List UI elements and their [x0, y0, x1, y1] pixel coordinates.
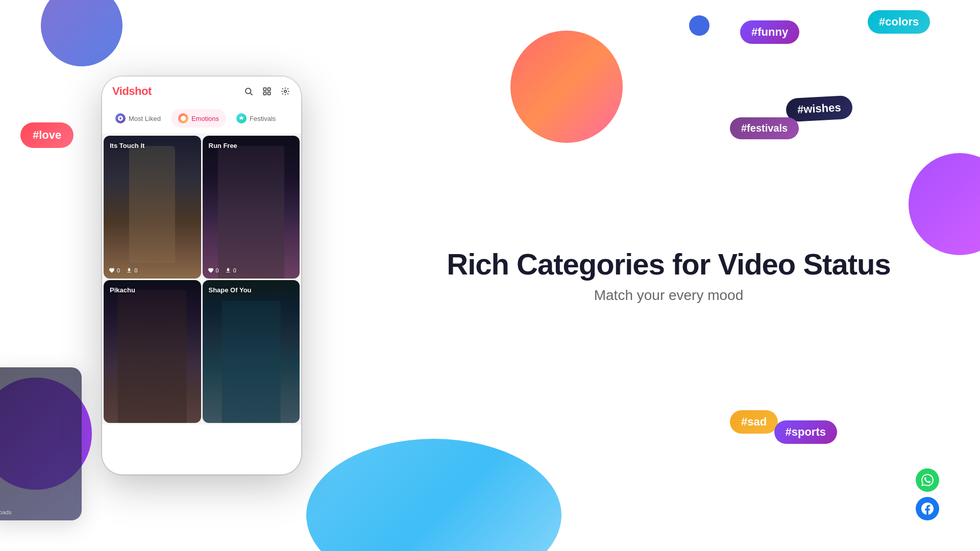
video-stats-its-touch-it: 0 0	[109, 267, 137, 273]
festivals-icon	[236, 113, 247, 123]
video-stats-run-free: 0 0	[208, 267, 236, 273]
likes-stat-1: 0	[109, 267, 120, 273]
hashtag-sports[interactable]: #sports	[774, 420, 837, 444]
hashtag-colors-label: #colors	[879, 15, 919, 28]
person-silhouette-2	[218, 146, 284, 279]
tab-festivals[interactable]: Festivals	[229, 109, 283, 128]
tabs-container: Most Liked Emotions	[102, 106, 301, 134]
likes-count-1: 0	[117, 267, 120, 273]
video-card-pikachu[interactable]: Pikachu	[104, 280, 201, 423]
app-header: Vidshot	[102, 77, 301, 106]
settings-icon[interactable]	[280, 86, 291, 97]
tab-emotions-label: Emotions	[191, 115, 219, 122]
downloads-count-1: 0	[134, 267, 137, 273]
svg-rect-3	[268, 88, 271, 90]
svg-rect-2	[263, 88, 266, 90]
logo-text: Vidshot	[112, 85, 152, 97]
svg-rect-4	[263, 92, 266, 95]
tab-most-liked-label: Most Liked	[129, 115, 161, 122]
hashtag-colors[interactable]: #colors	[868, 10, 930, 34]
video-grid: Its Touch It 0 0 Ru	[102, 134, 301, 424]
downloads-stat-1: 0	[126, 267, 137, 273]
person-silhouette-3	[118, 290, 187, 423]
hashtag-love-label: #love	[33, 129, 61, 141]
app-logo: Vidshot	[112, 85, 152, 98]
person-silhouette-4	[222, 300, 280, 423]
video-title-pikachu: Pikachu	[110, 286, 135, 294]
svg-rect-5	[268, 92, 271, 95]
social-icons	[916, 468, 939, 520]
main-heading: Rich Categories for Video Status Match y…	[447, 247, 890, 304]
tab-festivals-label: Festivals	[250, 115, 276, 122]
search-icon[interactable]	[243, 86, 254, 97]
video-card-run-free[interactable]: Run Free 0 0	[203, 136, 300, 279]
svg-point-8	[119, 117, 121, 119]
video-title-its-touch-it: Its Touch It	[110, 142, 144, 149]
svg-point-6	[284, 90, 287, 93]
hashtag-wishes-label: #wishes	[797, 101, 842, 116]
hashtag-love[interactable]: #love	[20, 122, 74, 148]
whatsapp-icon[interactable]	[916, 468, 939, 492]
tab-most-liked[interactable]: Most Liked	[108, 109, 168, 128]
downloads-text: nloads	[0, 509, 11, 515]
video-title-run-free: Run Free	[209, 142, 237, 149]
likes-stat-2: 0	[208, 267, 219, 273]
video-card-shape-of-you[interactable]: Shape Of You	[203, 280, 300, 423]
downloads-count-2: 0	[233, 267, 236, 273]
emotions-icon	[178, 113, 188, 123]
phone-container: Vidshot	[102, 0, 301, 551]
svg-point-0	[246, 88, 251, 94]
hashtag-sports-label: #sports	[786, 425, 826, 438]
video-title-shape-of-you: Shape Of You	[209, 286, 252, 294]
gallery-icon[interactable]	[261, 86, 273, 97]
main-title: Rich Categories for Video Status	[447, 247, 890, 282]
phone-mockup: Vidshot	[102, 77, 301, 474]
likes-count-2: 0	[216, 267, 219, 273]
hashtag-festivals-label: #festivals	[741, 122, 788, 134]
video-card-its-touch-it[interactable]: Its Touch It 0 0	[104, 136, 201, 279]
right-content: #funny #colors #wishes #festivals #sad #…	[357, 0, 980, 551]
main-subtitle: Match your every mood	[447, 287, 890, 304]
hashtag-festivals[interactable]: #festivals	[730, 117, 799, 139]
person-silhouette-1	[129, 146, 175, 263]
hashtag-wishes[interactable]: #wishes	[786, 95, 853, 122]
hashtag-funny[interactable]: #funny	[740, 20, 799, 44]
header-icons	[243, 86, 291, 97]
svg-point-9	[181, 116, 186, 121]
tab-emotions[interactable]: Emotions	[171, 109, 226, 128]
hashtag-funny-label: #funny	[751, 26, 788, 38]
svg-line-1	[250, 93, 252, 95]
most-liked-icon	[115, 113, 126, 123]
facebook-icon[interactable]	[916, 497, 939, 520]
downloads-stat-2: 0	[225, 267, 236, 273]
hashtag-sad[interactable]: #sad	[730, 410, 778, 434]
hashtag-sad-label: #sad	[741, 415, 767, 428]
left-phone-partial: nloads	[0, 367, 82, 520]
